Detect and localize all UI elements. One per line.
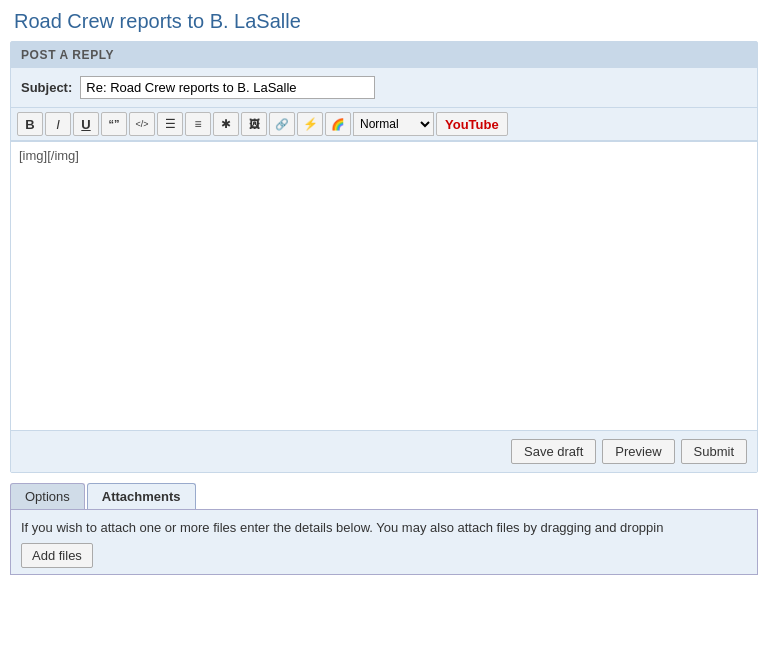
color-icon: 🌈 [331,118,345,131]
special-button[interactable]: ✱ [213,112,239,136]
link-icon: 🔗 [275,118,289,131]
subject-row: Subject: [11,68,757,107]
bold-icon: B [25,117,34,132]
editor-wrapper: [img][/img] [11,141,757,430]
list-ul-button[interactable]: ☰ [157,112,183,136]
list-ul-icon: ☰ [165,117,176,131]
tabs-header: Options Attachments [10,483,758,509]
tabs-section: Options Attachments If you wish to attac… [10,483,758,575]
editor-toolbar: B I U “” </> ☰ ≡ ✱ 🖼 🔗 ⚡ [11,107,757,141]
editor-textarea[interactable]: [img][/img] [11,142,757,427]
italic-icon: I [56,117,60,132]
preview-button[interactable]: Preview [602,439,674,464]
save-draft-button[interactable]: Save draft [511,439,596,464]
quote-button[interactable]: “” [101,112,127,136]
youtube-button[interactable]: YouTube [436,112,508,136]
color-button[interactable]: 🌈 [325,112,351,136]
tab-content-attachments: If you wish to attach one or more files … [10,509,758,575]
quote-icon: “” [109,118,120,130]
action-row: Save draft Preview Submit [11,430,757,472]
code-button[interactable]: </> [129,112,155,136]
star-icon: ✱ [221,117,231,131]
subject-label: Subject: [21,80,72,95]
page-title: Road Crew reports to B. LaSalle [0,0,768,41]
image-button[interactable]: 🖼 [241,112,267,136]
code-icon: </> [135,119,148,129]
italic-button[interactable]: I [45,112,71,136]
tab-attachments[interactable]: Attachments [87,483,196,509]
reply-section: POST A REPLY Subject: B I U “” </> ☰ ≡ ✱ [10,41,758,473]
lightning-button[interactable]: ⚡ [297,112,323,136]
submit-button[interactable]: Submit [681,439,747,464]
subject-input[interactable] [80,76,375,99]
underline-button[interactable]: U [73,112,99,136]
underline-icon: U [81,117,90,132]
attachments-info: If you wish to attach one or more files … [21,520,747,535]
list-ol-button[interactable]: ≡ [185,112,211,136]
image-icon: 🖼 [249,118,260,130]
youtube-label: YouTube [445,117,499,132]
format-select[interactable]: Normal Heading 1 Heading 2 Heading 3 [353,112,434,136]
link-button[interactable]: 🔗 [269,112,295,136]
bold-button[interactable]: B [17,112,43,136]
list-ol-icon: ≡ [194,117,201,131]
add-files-button[interactable]: Add files [21,543,93,568]
lightning-icon: ⚡ [303,117,318,131]
tab-options[interactable]: Options [10,483,85,509]
post-reply-header: POST A REPLY [11,42,757,68]
